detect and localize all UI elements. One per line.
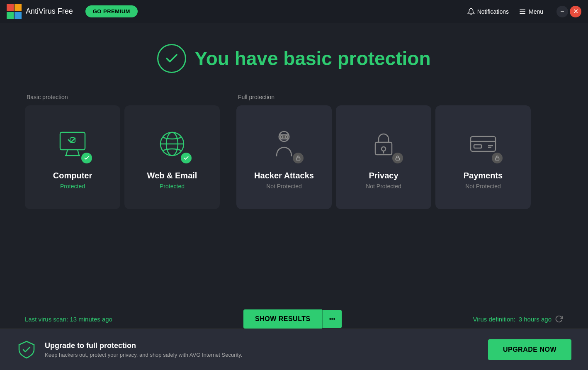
hacker-card-subtitle: Not Protected bbox=[266, 183, 302, 190]
cards-section: Basic protection bbox=[25, 94, 563, 209]
bottom-section: Last virus scan: 13 minutes ago SHOW RES… bbox=[25, 309, 563, 329]
show-results-button[interactable]: SHOW RESULTS bbox=[243, 309, 322, 329]
computer-badge bbox=[81, 153, 92, 163]
hacker-icon-area bbox=[265, 125, 303, 163]
privacy-icon-area bbox=[365, 125, 402, 163]
privacy-card-subtitle: Not Protected bbox=[366, 183, 401, 190]
computer-card[interactable]: Computer Protected bbox=[25, 105, 120, 209]
titlebar: AntiVirus Free GO PREMIUM Notifications … bbox=[0, 0, 588, 23]
svg-rect-26 bbox=[496, 158, 499, 160]
hacker-badge bbox=[293, 153, 304, 163]
computer-icon-area bbox=[54, 125, 91, 163]
scan-info: Last virus scan: 13 minutes ago bbox=[25, 316, 112, 323]
svg-rect-20 bbox=[396, 158, 400, 160]
last-scan-prefix: Last virus scan: bbox=[25, 316, 70, 323]
svg-rect-2 bbox=[7, 12, 14, 19]
virus-def-time: 3 hours ago bbox=[519, 316, 552, 323]
notifications-label: Notifications bbox=[477, 8, 509, 15]
svg-rect-23 bbox=[474, 145, 481, 148]
upgrade-title: Upgrade to full protection bbox=[45, 341, 488, 350]
status-header: You have basic protection bbox=[25, 44, 563, 73]
minimize-button[interactable]: − bbox=[556, 6, 568, 17]
payments-icon-area bbox=[464, 125, 502, 163]
svg-rect-0 bbox=[7, 4, 14, 11]
upgrade-shield-icon bbox=[17, 340, 36, 360]
svg-rect-21 bbox=[471, 136, 496, 151]
upgrade-now-button[interactable]: UPGRADE NOW bbox=[488, 339, 571, 360]
computer-card-subtitle: Protected bbox=[60, 183, 85, 190]
web-email-card[interactable]: Web & Email Protected bbox=[124, 105, 220, 209]
status-prefix: You have bbox=[194, 48, 283, 69]
avg-logo-icon bbox=[7, 4, 22, 19]
privacy-card[interactable]: Privacy Not Protected bbox=[336, 105, 431, 209]
full-protection-group: Full protection bbox=[236, 94, 531, 209]
hacker-card-title: Hacker Attacks bbox=[254, 171, 314, 180]
payments-card-subtitle: Not Protected bbox=[465, 183, 501, 190]
app-title: AntiVirus Free bbox=[26, 7, 73, 16]
svg-rect-3 bbox=[15, 12, 22, 19]
svg-point-18 bbox=[381, 147, 386, 151]
basic-protection-group: Basic protection bbox=[25, 94, 220, 209]
menu-icon bbox=[519, 8, 526, 15]
payments-card[interactable]: Payments Not Protected bbox=[435, 105, 531, 209]
window-controls: − ✕ bbox=[556, 6, 581, 17]
svg-rect-1 bbox=[15, 4, 22, 11]
full-cards-row: Hacker Attacks Not Protected bbox=[236, 105, 531, 209]
upgrade-footer: Upgrade to full protection Keep hackers … bbox=[0, 329, 588, 370]
web-email-card-subtitle: Protected bbox=[160, 183, 185, 190]
computer-card-title: Computer bbox=[53, 171, 92, 180]
menu-button[interactable]: Menu bbox=[519, 8, 543, 15]
virus-definition: Virus definition: 3 hours ago bbox=[473, 315, 563, 323]
close-button[interactable]: ✕ bbox=[570, 6, 581, 17]
privacy-badge bbox=[392, 153, 403, 163]
bell-icon bbox=[467, 8, 475, 15]
upgrade-subtitle: Keep hackers out, protect your privacy, … bbox=[45, 352, 488, 358]
svg-rect-16 bbox=[296, 158, 300, 160]
basic-protection-label: Basic protection bbox=[25, 94, 220, 100]
titlebar-right: Notifications Menu − ✕ bbox=[467, 6, 581, 17]
web-email-badge bbox=[181, 153, 192, 163]
more-options-button[interactable]: ••• bbox=[322, 310, 342, 328]
full-protection-label: Full protection bbox=[236, 94, 531, 100]
status-circle bbox=[157, 44, 186, 73]
logo-area: AntiVirus Free GO PREMIUM bbox=[7, 4, 138, 19]
privacy-card-title: Privacy bbox=[369, 171, 398, 180]
notifications-button[interactable]: Notifications bbox=[467, 8, 509, 15]
menu-label: Menu bbox=[529, 8, 543, 15]
svg-point-14 bbox=[280, 136, 283, 138]
basic-cards-row: Computer Protected bbox=[25, 105, 220, 209]
payments-card-title: Payments bbox=[464, 171, 503, 180]
checkmark-icon bbox=[164, 51, 179, 66]
upgrade-text: Upgrade to full protection Keep hackers … bbox=[45, 341, 488, 358]
web-email-icon-area bbox=[153, 125, 191, 163]
payments-badge bbox=[492, 153, 503, 163]
status-highlight: basic protection bbox=[283, 48, 430, 69]
last-scan-time: 13 minutes ago bbox=[70, 316, 112, 323]
hacker-attacks-card[interactable]: Hacker Attacks Not Protected bbox=[236, 105, 332, 209]
status-text: You have basic protection bbox=[194, 47, 430, 70]
svg-point-15 bbox=[285, 136, 288, 138]
refresh-icon[interactable] bbox=[555, 315, 563, 323]
web-email-card-title: Web & Email bbox=[147, 171, 197, 180]
scan-buttons: SHOW RESULTS ••• bbox=[243, 309, 342, 329]
virus-def-prefix: Virus definition: bbox=[473, 316, 515, 323]
main-content: You have basic protection Basic protecti… bbox=[0, 23, 588, 329]
go-premium-button[interactable]: GO PREMIUM bbox=[85, 5, 138, 17]
